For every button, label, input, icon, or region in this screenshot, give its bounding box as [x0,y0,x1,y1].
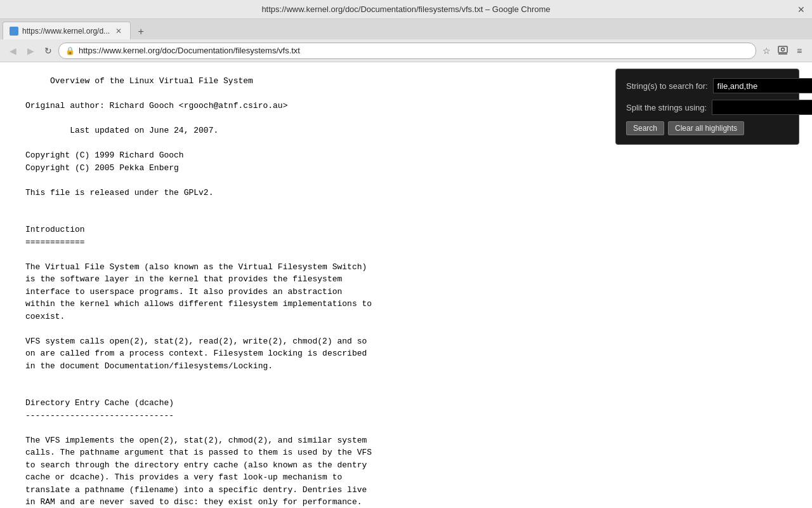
svg-rect-0 [778,46,787,53]
active-tab[interactable]: https://www.kernel.org/d... ✕ [3,22,131,39]
nav-right-buttons: ☆ ≡ [759,43,807,58]
nav-bar: ◀ ▶ ↻ 🔒 https://www.kernel.org/doc/Docum… [0,39,812,62]
forward-button[interactable]: ▶ [23,43,38,58]
bookmark-button[interactable]: ☆ [759,43,774,58]
search-buttons: Search Clear all highlights [626,121,789,135]
address-bar[interactable]: 🔒 https://www.kernel.org/doc/Documentati… [58,43,756,59]
back-button[interactable]: ◀ [5,43,20,58]
menu-button[interactable]: ≡ [792,43,807,58]
menu-icon: ≡ [797,46,802,56]
reload-icon: ↻ [44,46,52,56]
lock-icon: 🔒 [65,46,75,55]
url-text: https://www.kernel.org/doc/Documentation… [79,46,300,55]
search-popup: String(s) to search for: Split the strin… [615,69,799,145]
split-string-label: Split the strings using: [626,103,707,112]
tab-bar: https://www.kernel.org/d... ✕ + [0,19,812,39]
page-area: Overview of the Linux Virtual File Syste… [0,62,812,508]
forward-icon: ▶ [27,46,34,56]
split-string-row: Split the strings using: [626,100,789,115]
window-close-button[interactable]: ✕ [796,4,807,15]
back-icon: ◀ [10,46,16,56]
profile-icon [777,45,789,57]
star-icon: ☆ [763,46,771,56]
tab-favicon [10,27,18,36]
search-string-row: String(s) to search for: [626,78,789,93]
tab-label: https://www.kernel.org/d... [22,27,110,36]
new-tab-button[interactable]: + [133,24,148,39]
search-button[interactable]: Search [626,121,664,135]
clear-highlights-button[interactable]: Clear all highlights [668,121,744,135]
search-string-label: String(s) to search for: [626,81,708,91]
profile-button[interactable] [775,43,790,58]
reload-button[interactable]: ↻ [41,43,56,58]
svg-point-1 [782,48,785,51]
title-bar: https://www.kernel.org/doc/Documentation… [0,0,812,19]
tab-close-button[interactable]: ✕ [114,26,124,36]
split-string-input[interactable] [712,100,812,115]
search-string-input[interactable] [713,78,812,93]
window-title: https://www.kernel.org/doc/Documentation… [261,4,550,14]
